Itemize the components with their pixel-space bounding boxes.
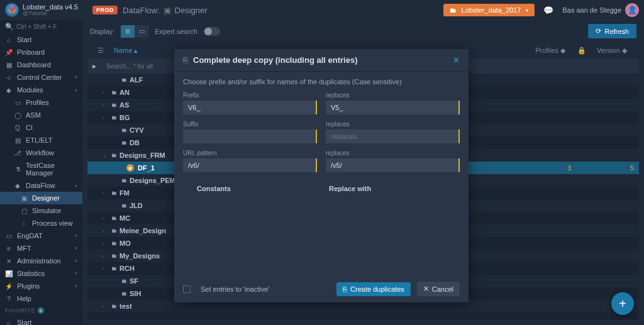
expand-icon[interactable]: › — [103, 304, 109, 309]
designer-icon: ▣ — [164, 6, 171, 15]
sidebar-item-process-view[interactable]: ↕ Process view — [0, 217, 82, 229]
refresh-label: Refresh — [604, 28, 629, 35]
sidebar-item-workflow[interactable]: ⎇ Workflow — [0, 146, 82, 159]
sidebar-item-administration[interactable]: ✕ Administration ▾ — [0, 255, 82, 267]
user-menu[interactable]: Bas aan de Stegge 👤 — [562, 3, 639, 17]
inactive-checkbox[interactable] — [183, 285, 191, 293]
expand-icon[interactable]: › — [103, 90, 109, 96]
expand-icon[interactable]: › — [103, 253, 109, 259]
sidebar-item-statistics[interactable]: 📊 Statistics ▾ — [0, 267, 82, 280]
cancel-button[interactable]: ✕ Cancel — [417, 282, 460, 296]
nav-label: Help — [17, 295, 77, 302]
prefix-label: Prefix — [183, 92, 317, 99]
sidebar-search[interactable]: 🔍 ⬈ — [0, 20, 82, 33]
menu-icon[interactable]: ☰ — [92, 47, 109, 55]
dialog-hint: Choose prefix and/or suffix for names of… — [183, 78, 460, 85]
nav-icon: ≡ — [5, 245, 13, 252]
column-profiles[interactable]: Profiles ◆ — [528, 47, 572, 55]
add-button[interactable]: + — [611, 292, 634, 315]
sidebar-item-etl-elt[interactable]: ▤ ETL/ELT — [0, 134, 82, 146]
chevron-icon: ▾ — [75, 258, 77, 263]
sidebar-item-testcase-manager[interactable]: ⚗ TestCase Manager — [0, 159, 82, 179]
sidebar-item-help[interactable]: ? Help — [0, 292, 82, 305]
expand-icon[interactable]: › — [103, 115, 109, 121]
suffix-replaces-input[interactable] — [326, 129, 460, 143]
row-label: ALF — [130, 76, 143, 84]
sidebar-item-modules[interactable]: ◆ Modules ▴ — [0, 84, 82, 96]
add-favorite-icon[interactable]: + — [38, 307, 44, 314]
folder-icon: 🖿 — [111, 265, 117, 272]
nav-icon: Q — [14, 124, 21, 131]
sidebar-item-engdat[interactable]: ▭ EngDAT ▾ — [0, 229, 82, 242]
toolbar: Display: ⊞ ▭ Expert search ⟳ Refresh — [82, 20, 644, 42]
column-lock[interactable]: 🔒 — [572, 47, 590, 55]
chevron-icon: ▴ — [75, 183, 77, 188]
expand-icon[interactable]: › — [103, 216, 109, 221]
tree-view-button[interactable]: ⊞ — [121, 25, 135, 38]
nav-label: EngDAT — [17, 232, 70, 240]
folder-icon: 🖿 — [111, 152, 117, 158]
chat-icon[interactable]: 💬 — [540, 6, 557, 15]
column-version[interactable]: Version ◆ — [590, 47, 634, 55]
close-button[interactable]: ✕ — [453, 55, 460, 65]
inactive-label: Set entries to 'inactive' — [201, 285, 330, 293]
column-name[interactable]: Name ▴ — [109, 47, 184, 55]
list-view-button[interactable]: ▭ — [135, 25, 148, 38]
folder-icon: 🖿 — [121, 177, 127, 184]
sidebar-nav: ⌂ Start 📌 Pinboard ▦ Dashboard ⊹ Control… — [0, 33, 82, 325]
tree-filter-input[interactable] — [101, 63, 177, 70]
expand-icon[interactable]: ⌄ — [103, 153, 109, 158]
brand-logo-icon: 🦞 — [5, 3, 19, 17]
row-label: DF_1 — [138, 164, 155, 172]
breadcrumb-page: Designer — [175, 6, 208, 15]
breadcrumb-root: DataFlow: — [123, 6, 160, 15]
folder-icon: 🖿 — [111, 114, 117, 121]
env-badge: PROD — [92, 6, 118, 14]
dialog-header: ⎘ Complete deep copy (including all entr… — [174, 49, 469, 72]
chevron-icon: ▾ — [75, 271, 77, 276]
nav-icon: ▤ — [14, 137, 21, 144]
url-input[interactable] — [183, 158, 317, 172]
refresh-button[interactable]: ⟳ Refresh — [588, 24, 636, 38]
expand-icon[interactable]: › — [103, 241, 109, 246]
nav-icon: ⎇ — [14, 150, 21, 157]
prefix-replaces-input[interactable] — [326, 101, 460, 114]
sidebar-item-plugins[interactable]: ⚡ Plugins ▾ — [0, 280, 82, 292]
row-label: My_Designs — [119, 252, 160, 260]
sidebar-item-control-center[interactable]: ⊹ Control Center ▾ — [0, 71, 82, 84]
sidebar-item-dashboard[interactable]: ▦ Dashboard — [0, 58, 82, 71]
row-label: BG — [119, 114, 130, 121]
sidebar-item-mft[interactable]: ≡ MFT ▾ — [0, 242, 82, 255]
chevron-icon: ▾ — [75, 233, 77, 238]
url-replaces-input[interactable] — [326, 158, 460, 172]
create-duplicates-button[interactable]: ⎘ Create duplicates — [336, 282, 411, 296]
expand-icon[interactable]: › — [103, 102, 109, 108]
nav-icon: ⚡ — [5, 283, 13, 290]
expert-switch[interactable] — [204, 27, 220, 36]
expand-icon[interactable]: › — [103, 190, 109, 196]
row-label: JLD — [130, 202, 143, 209]
sidebar-item-asm[interactable]: ◯ ASM — [0, 109, 82, 121]
nav-icon: ▢ — [20, 207, 28, 214]
sidebar-item-profiles[interactable]: ▭ Profiles — [0, 96, 82, 109]
prefix-input[interactable] — [183, 101, 317, 114]
sidebar-item-start[interactable]: ⌂ Start — [0, 316, 82, 325]
folder-icon: 🖿 — [111, 240, 117, 246]
row-label: MO — [119, 240, 131, 247]
display-label: Display: — [90, 28, 114, 35]
sidebar-item-pinboard[interactable]: 📌 Pinboard — [0, 46, 82, 58]
sidebar-item-ci[interactable]: Q CI — [0, 121, 82, 134]
nav-icon: ▭ — [14, 99, 21, 106]
chevron-icon: ▾ — [75, 75, 77, 80]
expand-icon[interactable]: › — [103, 266, 109, 272]
user-name: Bas aan de Stegge — [562, 6, 621, 14]
expand-icon[interactable]: › — [103, 228, 109, 234]
sidebar-item-start[interactable]: ⌂ Start — [0, 33, 82, 46]
folder-icon: 🖿 — [450, 6, 457, 14]
sidebar-item-simulator[interactable]: ▢ Simulator — [0, 204, 82, 217]
sidebar-item-dataflow[interactable]: ◆ DataFlow ▴ — [0, 179, 82, 192]
sidebar-item-designer[interactable]: ▣ Designer — [0, 192, 82, 204]
project-selector[interactable]: 🖿 Lobster_data_2017 ▾ — [443, 4, 535, 16]
suffix-input[interactable] — [183, 129, 317, 143]
nav-label: Control Center — [17, 74, 70, 81]
